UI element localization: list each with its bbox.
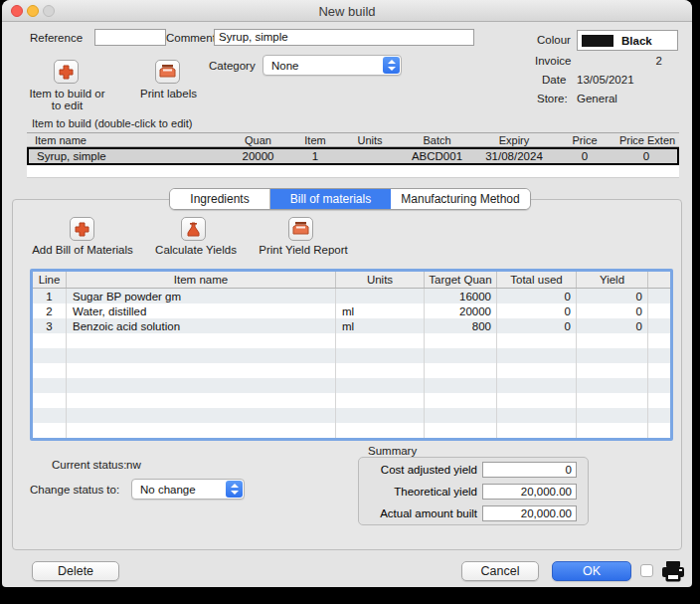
bom-empty-row[interactable] [33,423,670,438]
bom-empty-row[interactable] [33,348,670,363]
change-status-select[interactable]: No change [131,479,245,500]
print-yield-report-button[interactable] [288,217,313,241]
invoice-label: Invoice [535,55,571,67]
print-yield-icon [292,221,309,237]
cancel-button[interactable]: Cancel [461,561,539,581]
print-labels-caption: Print labels [131,88,206,100]
comment-input[interactable]: Syrup, simple [214,29,474,46]
category-value: None [271,60,299,72]
bom-empty-row[interactable] [33,363,670,378]
item-to-build-caption: Item to build or to edit [20,88,114,111]
item-table-empty-row[interactable] [27,165,679,178]
item-table-caption: Item to build (double-click to edit) [32,117,192,129]
tab-bar: Ingredients Bill of materials Manufactur… [169,188,531,210]
plus-icon [75,222,89,237]
colour-picker[interactable]: Black [577,30,678,51]
bom-empty-row[interactable] [33,408,670,423]
bom-row-2[interactable]: 2 Water, distilled ml 20000 0 0 [33,303,670,318]
actual-amount-built-label: Actual amount built [358,507,477,523]
chevron-up-down-icon [226,481,243,498]
delete-button[interactable]: Delete [32,561,119,581]
print-labels-icon [159,64,176,80]
bom-empty-row[interactable] [33,333,670,348]
printer-icon[interactable] [660,559,686,583]
store-value: General [577,93,617,104]
ok-button[interactable]: OK [552,561,631,581]
item-table-row-selected[interactable]: Syrup, simple 20000 1 ABCD001 31/08/2024… [27,147,679,165]
tab-bill-of-materials[interactable]: Bill of materials [270,189,391,209]
reference-label: Reference [30,32,83,44]
change-status-value: No change [140,484,196,496]
colour-value: Black [621,35,652,47]
tab-manufacturing-method[interactable]: Manufacturing Method [391,189,530,209]
category-select[interactable]: None [262,55,402,76]
change-status-label: Change status to: [30,484,119,496]
bom-row-3[interactable]: 3 Benzoic acid solution ml 800 0 0 [33,318,670,333]
comment-label: Comment [166,32,216,44]
new-build-window: New build Reference Comment Syrup, simpl… [2,0,692,587]
current-status-value: nw [126,459,141,471]
calculate-yields-caption: Calculate Yields [146,244,246,256]
summary-title: Summary [368,445,417,457]
date-label: Date [542,74,566,86]
title-bar[interactable]: New build [2,0,692,22]
print-labels-button[interactable] [155,60,180,84]
theoretical-yield-input[interactable]: 20,000.00 [482,484,577,500]
store-label: Store: [537,93,568,104]
calculate-yields-icon [186,222,201,237]
invoice-value: 2 [638,55,662,67]
theoretical-yield-label: Theoretical yield [358,486,477,502]
category-label: Category [209,60,256,72]
bom-table-header[interactable]: Line Item name Units Target Quan Total u… [33,272,670,289]
bom-row-1[interactable]: 1 Sugar BP powder gm 16000 0 0 [33,289,670,303]
bom-empty-row[interactable] [33,393,670,408]
date-value: 13/05/2021 [577,74,634,86]
print-checkbox[interactable] [640,564,653,577]
window-title: New build [2,4,692,19]
bom-table[interactable]: Line Item name Units Target Quan Total u… [30,269,673,441]
item-to-build-table: Item name Quan Item Units Batch Expiry P… [27,132,679,178]
chevron-up-down-icon [383,57,400,74]
bom-empty-row[interactable] [33,378,670,393]
colour-label: Colour [537,34,571,46]
print-yield-caption: Print Yield Report [244,244,363,256]
colour-swatch [582,35,613,47]
add-bom-caption: Add Bill of Materials [22,244,143,256]
plus-icon [59,65,74,80]
item-table-header[interactable]: Item name Quan Item Units Batch Expiry P… [27,132,679,147]
add-bom-button[interactable] [70,217,94,241]
tab-ingredients[interactable]: Ingredients [170,189,270,209]
current-status-label: Current status: [52,459,126,471]
actual-amount-built-input[interactable]: 20,000.00 [482,505,577,521]
cost-adjusted-yield-input[interactable]: 0 [482,462,577,478]
item-to-build-button[interactable] [54,60,79,84]
cost-adjusted-yield-label: Cost adjusted yield [358,464,477,480]
calculate-yields-button[interactable] [181,217,206,241]
reference-input[interactable] [94,29,166,46]
